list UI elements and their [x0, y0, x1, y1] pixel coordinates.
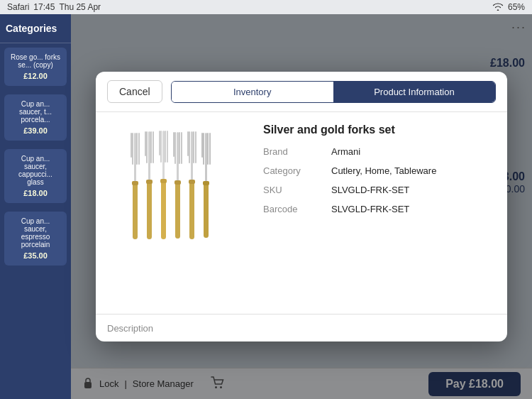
svg-rect-41: [209, 133, 211, 165]
svg-rect-15: [147, 181, 152, 239]
svg-rect-30: [174, 180, 181, 185]
svg-rect-10: [148, 131, 150, 181]
sku-value: SLVGLD-FRK-SET: [331, 185, 409, 195]
status-bar: Safari 17:45 Thu 25 Apr 65%: [0, 0, 532, 14]
svg-rect-7: [131, 133, 132, 158]
date-label: Thu 25 Apr: [59, 2, 101, 12]
product-price: £39.00: [10, 126, 61, 135]
browser-label: Safari: [7, 2, 29, 12]
svg-rect-14: [145, 131, 146, 156]
battery-label: 65%: [508, 2, 525, 12]
list-item[interactable]: Rose go... forks se... (copy) £12.00: [4, 48, 67, 86]
status-bar-right: 65%: [492, 2, 525, 13]
svg-rect-9: [132, 181, 138, 185]
product-details: Silver and gold forks set Brand Armani C…: [263, 124, 496, 302]
tab-inventory[interactable]: Inventory: [172, 82, 333, 102]
modal-tabs: Inventory Product Information: [171, 81, 496, 103]
svg-rect-8: [133, 182, 138, 239]
svg-rect-20: [167, 131, 168, 163]
barcode-label: Barcode: [263, 204, 320, 214]
svg-rect-3: [134, 133, 136, 182]
product-image-area: [107, 124, 249, 302]
product-name: Cup an... saucer, t... porcela...: [10, 100, 61, 124]
svg-rect-4: [132, 133, 133, 165]
svg-rect-43: [204, 182, 209, 238]
svg-rect-42: [201, 133, 203, 158]
modal-overlay: Cancel Inventory Product Information: [71, 14, 532, 399]
list-item[interactable]: Cup an... saucer, espresso porcelain £35…: [4, 212, 67, 266]
svg-rect-25: [174, 132, 176, 164]
svg-rect-6: [138, 133, 140, 165]
svg-rect-33: [193, 131, 194, 163]
description-section: Description: [96, 314, 507, 341]
list-item[interactable]: Cup an... saucer, t... porcela... £39.00: [4, 94, 67, 141]
product-price: £18.00: [10, 189, 61, 197]
brand-value: Armani: [331, 146, 360, 157]
svg-rect-5: [136, 133, 138, 165]
brand-label: Brand: [263, 146, 320, 157]
product-name: Cup an... saucer, cappucci... glass: [10, 155, 61, 186]
svg-rect-36: [189, 181, 194, 239]
product-name: Rose go... forks se... (copy): [10, 53, 61, 69]
wifi-icon: [492, 2, 504, 13]
modal-header: Cancel Inventory Product Information: [96, 72, 507, 112]
svg-rect-18: [160, 131, 162, 163]
product-title: Silver and gold forks set: [263, 124, 496, 136]
tab-product-information[interactable]: Product Information: [333, 82, 495, 102]
svg-rect-40: [207, 133, 209, 165]
svg-rect-29: [175, 182, 180, 239]
svg-rect-19: [165, 131, 166, 163]
svg-rect-34: [195, 131, 196, 163]
app-background: Categories Rose go... forks se... (copy)…: [0, 14, 532, 399]
svg-rect-23: [160, 179, 167, 183]
product-price: £12.00: [10, 72, 61, 80]
svg-rect-13: [153, 131, 154, 163]
product-price: £35.00: [10, 251, 61, 260]
brand-row: Brand Armani: [263, 146, 496, 157]
svg-rect-28: [173, 132, 174, 157]
time-label: 17:45: [33, 2, 55, 12]
svg-rect-31: [191, 131, 193, 181]
product-image: [114, 129, 242, 243]
svg-rect-22: [161, 180, 166, 239]
sidebar: Categories Rose go... forks se... (copy)…: [0, 14, 71, 399]
svg-rect-44: [203, 181, 209, 185]
list-item[interactable]: Cup an... saucer, cappucci... glass £18.…: [4, 149, 67, 203]
svg-rect-17: [162, 131, 165, 180]
category-row: Category Cutlery, Home, Tableware: [263, 165, 496, 176]
sidebar-header: Categories: [0, 14, 71, 43]
main-content: ··· £18.00 £18.00 £0.00 Lock | Store Man…: [71, 14, 532, 399]
sku-label: SKU: [263, 185, 320, 195]
svg-rect-26: [179, 132, 180, 164]
svg-rect-32: [189, 131, 190, 163]
svg-rect-37: [189, 180, 195, 184]
barcode-row: Barcode SLVGLD-FRK-SET: [263, 204, 496, 214]
category-label: Category: [263, 165, 320, 176]
product-modal: Cancel Inventory Product Information: [96, 72, 507, 341]
svg-rect-12: [150, 131, 152, 163]
description-label: Description: [107, 323, 153, 334]
svg-rect-38: [205, 133, 207, 182]
svg-rect-35: [187, 131, 189, 156]
svg-rect-21: [159, 131, 160, 155]
svg-rect-11: [146, 131, 148, 163]
barcode-value: SLVGLD-FRK-SET: [331, 204, 409, 214]
modal-body: Silver and gold forks set Brand Armani C…: [96, 112, 507, 314]
sku-row: SKU SLVGLD-FRK-SET: [263, 185, 496, 195]
product-name: Cup an... saucer, espresso porcelain: [10, 217, 61, 248]
category-value: Cutlery, Home, Tableware: [331, 165, 436, 176]
cancel-button[interactable]: Cancel: [107, 80, 162, 103]
svg-rect-39: [203, 133, 204, 165]
status-bar-left: Safari 17:45 Thu 25 Apr: [7, 2, 101, 12]
svg-rect-24: [177, 132, 179, 182]
svg-rect-27: [181, 132, 182, 164]
svg-rect-16: [146, 180, 153, 184]
